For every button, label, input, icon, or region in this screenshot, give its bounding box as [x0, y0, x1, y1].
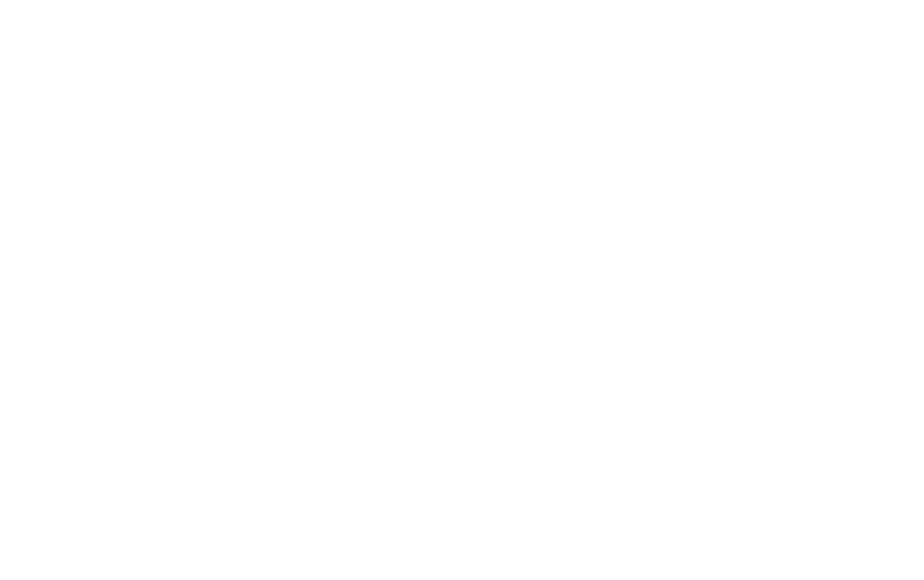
diagram-container — [0, 0, 924, 580]
